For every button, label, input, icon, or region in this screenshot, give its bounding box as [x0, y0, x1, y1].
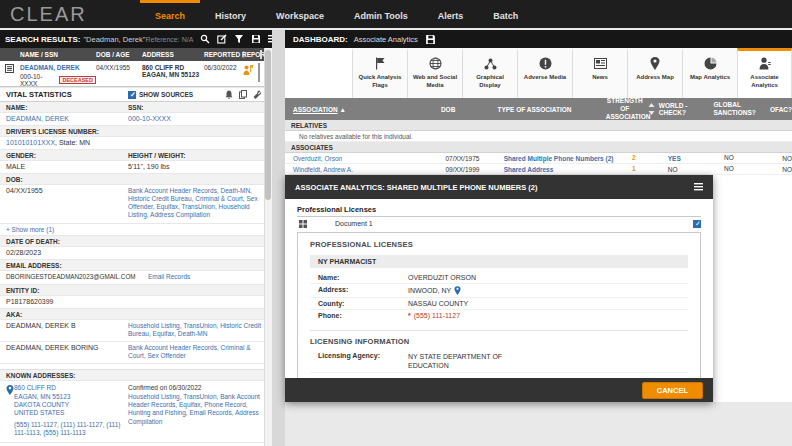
email-value: DBORINGESTDEADMAN2023@GMAIL.COM [0, 273, 148, 281]
top-nav: CLEAR Search History Workspace Admin Too… [0, 0, 792, 28]
aka-name: DEADMAN, DEREK B [0, 322, 128, 338]
world-check-value[interactable]: YES [668, 155, 724, 162]
wrench-icon[interactable] [253, 90, 262, 99]
nav-workspace[interactable]: Workspace [261, 0, 339, 28]
ofac-value: NO [782, 155, 792, 162]
sort-asc-icon: ▲ [339, 106, 345, 113]
association-type-link[interactable]: Shared Address [504, 166, 616, 173]
result-report-checkbox[interactable] [258, 63, 260, 82]
col-reported[interactable]: REPORTED? [204, 51, 242, 58]
ssn-label: SSN: [128, 104, 272, 111]
col-strength[interactable]: STRENGTH OF ASSOCIATION [606, 98, 644, 120]
dob-sources[interactable]: Bank Account Header Records, Death-MN, H… [128, 187, 272, 220]
pie-chart-icon [704, 56, 717, 71]
address-map-pin-icon [650, 56, 660, 71]
copy-icon[interactable] [239, 90, 247, 99]
filter-icon[interactable] [234, 34, 244, 44]
tab-associate-analytics[interactable]: Associate Analytics [737, 48, 792, 98]
col-world-check[interactable]: WORLD - CHECK? [659, 102, 714, 116]
globe-icon [429, 56, 442, 71]
dod-value: 02/28/2023 [0, 249, 128, 256]
license-phone-value: (555) 111-1127 [414, 312, 460, 319]
nav-search[interactable]: Search [140, 0, 200, 28]
aka-sources[interactable]: Bank Account Header Records, Criminal & … [128, 344, 272, 360]
save-icon[interactable] [251, 34, 261, 44]
show-sources-checkbox[interactable] [128, 91, 136, 99]
deceased-badge: DECEASED [59, 76, 96, 84]
result-dob: 04/XX/1955 [96, 64, 142, 71]
address-sources[interactable]: Household Listing, TransUnion, Bank Acco… [128, 393, 268, 427]
address-phones[interactable]: (555) 111-1127, (111) 111-1127, (111) 11… [14, 421, 128, 438]
col-global-sanctions[interactable]: GLOBAL SANCTIONS? [713, 101, 770, 117]
document-checkbox[interactable] [693, 220, 701, 228]
vital-statistics-title: VITAL STATISTICS [0, 90, 128, 99]
alert-icon[interactable] [225, 90, 233, 99]
col-dob-age[interactable]: DOB / AGE [96, 51, 142, 58]
entity-id-value: P18178620399 [0, 298, 128, 305]
map-pin-icon[interactable] [0, 384, 14, 438]
result-name-link[interactable]: DEADMAN, DEREK [20, 64, 96, 71]
associate-name-link[interactable]: Overduzit, Orson [285, 155, 445, 162]
show-more-link[interactable]: + Show more (1) [0, 224, 272, 236]
nav-alerts[interactable]: Alerts [423, 0, 479, 28]
nav-admin-tools[interactable]: Admin Tools [339, 0, 423, 28]
tab-graphical-display[interactable]: Graphical Display [462, 48, 517, 98]
analysis-flag-icon[interactable] [242, 64, 258, 76]
dl-value[interactable]: 101010101XXX [6, 139, 55, 146]
email-sources[interactable]: Email Records [148, 273, 272, 281]
col-type[interactable]: TYPE OF ASSOCIATION [497, 106, 605, 113]
dashboard-tabs: Quick Analysis Flags Web and Social Medi… [285, 48, 792, 98]
dl-label: DRIVER'S LICENSE NUMBER: [0, 128, 272, 135]
document-title: PROFESSIONAL LICENSES [310, 240, 688, 249]
dashboard-save-icon[interactable] [425, 34, 436, 45]
document-label[interactable]: Document 1 [335, 220, 693, 227]
result-ssn: 000-10-XXXX [20, 73, 56, 87]
cancel-button[interactable]: CANCEL [642, 382, 703, 399]
search-icon[interactable] [200, 34, 210, 44]
phone-label: Phone: [318, 312, 408, 319]
tab-adverse-media[interactable]: Adverse Media [517, 48, 572, 98]
search-results-header: SEARCH RESULTS: "Deadman, Derek" Referen… [0, 30, 272, 48]
associate-name-link[interactable]: Windfeldt, Andrew A. [285, 166, 445, 173]
tab-quick-analysis-flags[interactable]: Quick Analysis Flags [352, 48, 407, 98]
expand-record-icon[interactable] [0, 64, 20, 73]
tab-map-analytics[interactable]: Map Analytics [682, 48, 737, 98]
address-label: Address: [318, 286, 408, 295]
col-address[interactable]: ADDRESS [142, 51, 204, 58]
association-type-link[interactable]: Shared Multiple Phone Numbers (2) [504, 155, 616, 162]
tab-web-and-social-media[interactable]: Web and Social Media [407, 48, 462, 98]
col-dob[interactable]: DOB [441, 106, 498, 113]
associates-section-header: ASSOCIATES [285, 142, 792, 153]
col-name-ssn[interactable]: NAME / SSN [0, 51, 96, 58]
world-check-value: NO [668, 166, 724, 173]
col-association[interactable]: ASSOCIATION [293, 106, 338, 113]
map-pin-icon[interactable] [454, 286, 461, 295]
document-grid-icon[interactable] [299, 220, 307, 228]
tab-news[interactable]: News [572, 48, 627, 98]
edit-search-icon[interactable] [217, 34, 227, 44]
left-panel-scrollbar-thumb[interactable] [265, 50, 271, 200]
sort-icon[interactable] [644, 103, 659, 115]
address-lines[interactable]: 860 CLIFF RD EAGAN, MN 55123 DAKOTA COUN… [14, 384, 70, 416]
select-all-checkbox[interactable] [260, 50, 262, 59]
name-value[interactable]: DEADMAN, DEREK [0, 115, 128, 122]
col-report: REPORT [242, 51, 260, 58]
nav-history[interactable]: History [200, 0, 261, 28]
aka-sources[interactable]: Household Listing, TransUnion, Historic … [128, 322, 272, 338]
clear-logo: CLEAR [0, 0, 140, 28]
license-name-value: OVERDUZIT ORSON [408, 274, 688, 281]
tab-address-map[interactable]: Address Map [627, 48, 682, 98]
address-entry: 860 CLIFF RD EAGAN, MN 55123 DAKOTA COUN… [0, 381, 272, 443]
ssn-value[interactable]: 000-10-XXXX [128, 115, 272, 122]
nav-batch[interactable]: Batch [478, 0, 533, 28]
modal-menu-icon[interactable] [694, 183, 703, 191]
ofac-value: NO [782, 166, 792, 173]
result-reported-date: 06/30/2022 [204, 64, 242, 71]
modal-header: ASSOCIATE ANALYTICS: SHARED MULTIPLE PHO… [285, 175, 713, 199]
news-icon [594, 56, 607, 71]
result-row[interactable]: DEADMAN, DEREK 000-10-XXXX DECEASED 04/X… [0, 61, 272, 87]
associate-dob: 09/XX/1999 [445, 166, 503, 173]
col-ofac[interactable]: OFAC? [770, 106, 792, 113]
county-label: County: [318, 300, 408, 307]
shared-phone-flag: * [408, 312, 411, 319]
